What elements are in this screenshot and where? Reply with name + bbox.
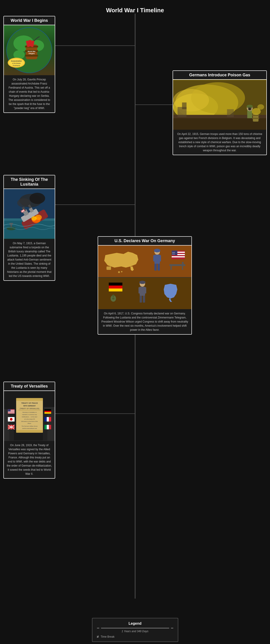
card-us-war: U.S. Declares War On Germany — [98, 236, 192, 334]
svg-rect-103 — [16, 430, 43, 433]
svg-rect-70 — [154, 264, 157, 270]
svg-rect-136 — [49, 425, 51, 429]
card-poison-gas-text: On April 22, 1915, German troops used mo… — [173, 130, 266, 155]
time-break-symbol: ≠ — [97, 635, 99, 639]
svg-rect-135 — [47, 425, 49, 429]
svg-point-90 — [139, 281, 146, 284]
svg-text:of a line drawn 50: of a line drawn 50 — [24, 418, 35, 420]
svg-point-125 — [10, 418, 13, 421]
card-lusitania-image — [4, 189, 55, 239]
time-break-label: Time Break — [100, 635, 114, 638]
card-us-war-title: U.S. Declares War On Germany — [98, 237, 192, 246]
svg-rect-33 — [252, 118, 259, 119]
svg-rect-84 — [109, 286, 122, 288]
svg-rect-119 — [8, 412, 14, 413]
legend-timeline-label: 1 Years and 349 Days — [97, 630, 173, 633]
svg-rect-75 — [172, 256, 185, 257]
svg-rect-102 — [16, 398, 43, 401]
card-treaty-image: TREATY OF PEACE WITH GERMANY (TREATY OF … — [4, 391, 55, 441]
svg-rect-82 — [182, 265, 183, 270]
connector-wwi-begins — [52, 46, 135, 46]
card-us-war-text: On April 6, 1917, U.S. Congress formally… — [98, 309, 192, 334]
us-war-bottom-panel — [98, 277, 192, 309]
svg-rect-62 — [106, 266, 111, 270]
svg-text:The German military forces: The German military forces — [22, 426, 38, 427]
us-war-top-panel: ★★★ ★★★ — [98, 246, 192, 277]
legend-title: Legend — [97, 622, 173, 626]
card-poison-gas-image — [173, 80, 266, 130]
card-wwi-begins-image: World War I Begins Assassination of Arch… — [4, 25, 55, 75]
svg-rect-134 — [44, 425, 47, 429]
card-lusitania-title: The Sinking Of The Lusitania — [4, 175, 55, 189]
legend-line-start — [97, 628, 99, 628]
svg-text:★★★: ★★★ — [172, 252, 175, 253]
svg-rect-83 — [109, 282, 122, 286]
svg-rect-87 — [112, 295, 114, 297]
svg-text:Ferdinand: Ferdinand — [13, 65, 20, 66]
svg-rect-69 — [159, 255, 161, 262]
svg-point-30 — [249, 108, 251, 110]
svg-text:World War: World War — [28, 51, 36, 52]
card-us-war-image: ★★★ ★★★ — [98, 246, 192, 309]
svg-point-63 — [118, 271, 120, 273]
connector-treaty — [52, 414, 135, 414]
svg-point-88 — [112, 297, 114, 300]
card-wwi-begins-title: World War I Begins — [4, 16, 55, 25]
svg-rect-93 — [144, 287, 146, 294]
svg-text:Germany is forbidden to: Germany is forbidden to — [22, 412, 37, 413]
svg-text:I Begins: I Begins — [28, 53, 34, 54]
svg-rect-121 — [44, 409, 51, 411]
svg-rect-85 — [109, 288, 122, 292]
svg-rect-37 — [182, 102, 187, 109]
svg-text:★★★: ★★★ — [172, 253, 175, 255]
svg-rect-122 — [44, 411, 51, 412]
svg-text:fortifications ... to the west: fortifications ... to the west — [22, 416, 37, 418]
legend-line-end — [171, 628, 173, 628]
svg-rect-128 — [49, 417, 51, 422]
svg-point-58 — [31, 216, 37, 221]
svg-text:shall be demobilized and: shall be demobilized and — [22, 428, 37, 429]
card-treaty-title: Treaty of Versailles — [4, 382, 55, 391]
svg-rect-126 — [44, 417, 47, 422]
card-poison-gas: Germans Introduce Poison Gas — [172, 70, 267, 155]
svg-text:Rhine.: Rhine. — [28, 423, 31, 424]
card-wwi-begins: World War I Begins — [4, 16, 55, 113]
svg-point-66 — [154, 249, 160, 252]
svg-text:kilometers to the East of the: kilometers to the East of the — [21, 421, 38, 422]
svg-text:WITH GERMANY: WITH GERMANY — [24, 405, 36, 406]
svg-rect-120 — [8, 409, 11, 412]
svg-text:TREATY OF PEACE: TREATY OF PEACE — [21, 402, 38, 404]
svg-rect-127 — [47, 417, 49, 422]
legend-line-container — [97, 628, 173, 628]
svg-point-64 — [121, 271, 122, 272]
svg-text:Assassination: Assassination — [11, 60, 22, 62]
svg-rect-95 — [143, 296, 145, 302]
legend-box: Legend 1 Years and 349 Days ≠ Time Break — [92, 618, 178, 642]
svg-text:maintain or construct any: maintain or construct any — [22, 414, 37, 415]
svg-rect-60 — [10, 223, 13, 225]
svg-text:(TREATY OF VERSAILLES): (TREATY OF VERSAILLES) — [20, 408, 39, 410]
svg-rect-71 — [158, 264, 160, 270]
svg-rect-123 — [44, 412, 51, 414]
legend-time-break: ≠ Time Break — [97, 635, 173, 639]
svg-rect-8 — [25, 55, 38, 56]
card-wwi-begins-text: On July 28, Gavrilo Princep assassinated… — [4, 75, 55, 112]
connector-lusitania — [52, 204, 135, 205]
svg-rect-81 — [170, 265, 172, 270]
svg-rect-32 — [252, 115, 259, 116]
svg-rect-94 — [140, 296, 142, 302]
svg-rect-92 — [138, 287, 141, 294]
svg-text:of Archduke: of Archduke — [12, 62, 21, 64]
card-lusitania-text: On May 7, 1915, a German submarine fired… — [4, 239, 55, 280]
svg-rect-68 — [153, 255, 156, 262]
card-treaty-text: On June 28, 1919, the Treaty of Versaill… — [4, 441, 55, 478]
svg-point-41 — [30, 193, 45, 204]
card-lusitania: The Sinking Of The Lusitania — [4, 175, 55, 281]
card-poison-gas-title: Germans Introduce Poison Gas — [173, 71, 266, 80]
legend-main-line — [101, 628, 169, 628]
connector-poison-gas — [135, 104, 177, 105]
svg-rect-38 — [227, 109, 234, 117]
card-treaty: Treaty of Versailles TREATY OF PEACE WIT… — [4, 382, 55, 479]
svg-point-35 — [257, 104, 264, 110]
